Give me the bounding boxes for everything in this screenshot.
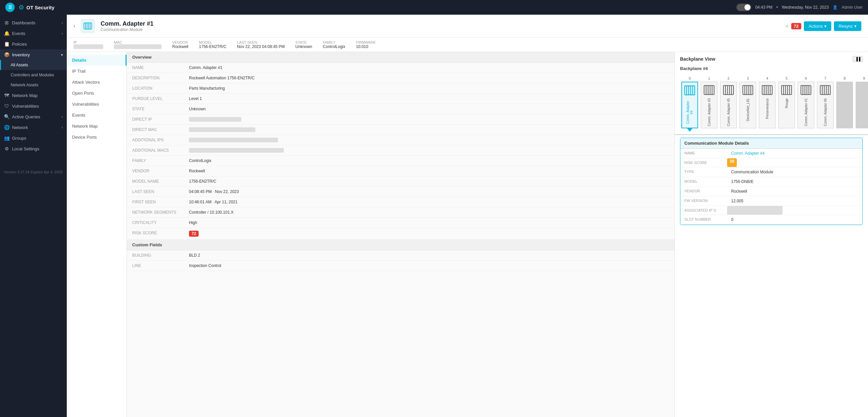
slot-number: 7: [824, 76, 826, 80]
field-value: Controller / 10.100.101.X: [184, 207, 674, 218]
sidebar-dashboards-label: Dashboards: [12, 20, 35, 25]
sidebar-item-network-map[interactable]: 🗺 Network Map: [0, 90, 67, 101]
family-label: Family: [323, 40, 345, 44]
nav-item-details[interactable]: Details: [67, 55, 127, 66]
sidebar-item-vulnerabilities[interactable]: 🛡 Vulnerabilities: [0, 101, 67, 111]
backplane-slot[interactable]: 4 Perseverance: [757, 76, 777, 132]
backplane-slot[interactable]: 9: [854, 76, 868, 132]
comm-detail-label: VENDOR: [680, 187, 727, 196]
brand-name: OT Security: [26, 5, 54, 10]
sidebar-item-groups[interactable]: 👥 Groups: [0, 133, 67, 143]
slot-label: Comm. Adapter #3: [707, 97, 712, 127]
mac-label: MAC: [114, 40, 162, 44]
info-family: Family ControlLogix: [323, 40, 345, 49]
hamburger-icon[interactable]: ☰: [5, 3, 15, 12]
theme-toggle[interactable]: [737, 4, 751, 11]
slot-box[interactable]: Comm. Adapter #6: [817, 82, 834, 128]
sidebar-item-all-assets[interactable]: All Assets: [0, 60, 67, 70]
sidebar-item-local-settings[interactable]: ⚙ Local Settings: [0, 143, 67, 154]
sidebar-item-inventory[interactable]: 📦 Inventory ▾: [0, 49, 67, 60]
actions-button[interactable]: Actions ▾: [804, 21, 831, 31]
comm-detail-link[interactable]: Comm. Adapter #4: [727, 149, 769, 158]
app-layout: ⊞ Dashboards › 🔔 Events › 📋 Policies 📦 I…: [0, 15, 868, 417]
ip-value: ip: [73, 44, 103, 49]
field-value: Unknown: [184, 104, 674, 114]
page-header-info: Comm. Adapter #1 Communication Module: [100, 20, 780, 32]
slot-box[interactable]: Comm. Adapter #4: [681, 82, 698, 128]
slot-box[interactable]: DeviceNet_L81: [740, 82, 756, 128]
back-button[interactable]: ‹: [73, 23, 75, 29]
sidebar-item-active-queries[interactable]: 🔍 Active Queries ›: [0, 111, 67, 122]
sidebar-item-policies[interactable]: 📋 Policies: [0, 39, 67, 49]
version-label: Version 3.17.24 Expires Apr 4, 2026: [0, 167, 67, 177]
overview-section-header: Overview: [127, 52, 674, 63]
backplane-grid: 0 Comm. Adapter #4 1 Comm. Adapter #3 2: [675, 74, 868, 135]
comm-module-details: Communication Module Details NAMEComm. A…: [680, 138, 863, 225]
field-value: 10:46:01 AM · Apr 11, 2021: [184, 197, 674, 207]
svg-rect-0: [84, 23, 92, 29]
svg-rect-20: [743, 86, 753, 95]
backplane-slot[interactable]: 0 Comm. Adapter #4: [680, 76, 700, 132]
backplane-nav-button[interactable]: ▐▐: [852, 56, 863, 62]
table-row: DIRECT IP█████████: [127, 114, 674, 125]
policies-icon: 📋: [4, 41, 9, 47]
network-map-icon: 🗺: [4, 93, 9, 98]
model-label: Model: [199, 40, 226, 44]
slot-box[interactable]: Rouge: [778, 82, 795, 128]
date-separator: •: [777, 5, 778, 10]
page-subtitle: Communication Module: [100, 27, 780, 32]
nav-item-events[interactable]: Events: [67, 110, 127, 121]
field-label: ADDITIONAL MACS: [127, 145, 184, 156]
field-label: DIRECT MAC: [127, 125, 184, 135]
sidebar-network-map-label: Network Map: [12, 93, 38, 98]
svg-rect-10: [704, 86, 714, 95]
comm-detail-row: TYPECommunication Module: [680, 167, 862, 177]
slot-number: 2: [727, 76, 730, 80]
backplane-slot[interactable]: 3 DeviceNet_L81: [738, 76, 757, 132]
nav-item-open-ports[interactable]: Open Ports: [67, 88, 127, 99]
field-value: ████████████████████████: [184, 145, 674, 156]
nav-item-network-map[interactable]: Network Map: [67, 121, 127, 132]
slot-label: Perseverance: [765, 97, 770, 120]
backplane-slot[interactable]: 2 Comm. Adapter #5: [719, 76, 738, 132]
backplane-slot[interactable]: 8: [835, 76, 854, 132]
nav-item-device-ports[interactable]: Device Ports: [67, 132, 127, 143]
table-row: VENDORRockwell: [127, 166, 674, 176]
field-label: DIRECT IP: [127, 114, 184, 125]
nav-item-vulnerabilities[interactable]: Vulnerabilities: [67, 99, 127, 110]
backplane-slot[interactable]: 5 Rouge: [777, 76, 796, 132]
nav-item-ip-trail[interactable]: IP Trail: [67, 66, 127, 77]
slot-box[interactable]: Comm. Adapter #1: [798, 82, 814, 128]
resync-button[interactable]: Resync ▾: [834, 21, 861, 31]
sidebar-events-label: Events: [12, 31, 25, 36]
info-model: Model 1756-EN2TR/C: [199, 40, 226, 49]
nav-item-attack-vectors[interactable]: Attack Vectors: [67, 77, 127, 88]
sidebar-item-network-assets[interactable]: Network Assets: [0, 80, 67, 90]
field-value: Inspection Control: [184, 260, 674, 271]
field-label: VENDOR: [127, 166, 184, 176]
table-row: NETWORK SEGMENTSController / 10.100.101.…: [127, 207, 674, 218]
comm-detail-value: Rockwell: [727, 187, 751, 196]
sidebar-item-network[interactable]: 🌐 Network ›: [0, 122, 67, 133]
comm-detail-rows: NAMEComm. Adapter #4RISK SCORE39TYPEComm…: [680, 149, 862, 225]
sidebar-item-events[interactable]: 🔔 Events ›: [0, 28, 67, 39]
backplane-slot[interactable]: 7 Comm. Adapter #6: [815, 76, 835, 132]
backplane-title: Backplane #4: [675, 65, 868, 74]
slot-box[interactable]: Perseverance: [759, 82, 776, 128]
collapse-button[interactable]: «: [785, 23, 788, 29]
slot-number: 8: [844, 76, 846, 80]
slot-module-icon: [800, 84, 812, 97]
field-label: NAME: [127, 63, 184, 73]
sidebar-item-controllers[interactable]: Controllers and Modules: [0, 70, 67, 80]
family-value: ControlLogix: [323, 44, 345, 49]
svg-rect-40: [820, 86, 830, 95]
backplane-slot[interactable]: 6 Comm. Adapter #1: [796, 76, 815, 132]
sidebar-item-dashboards[interactable]: ⊞ Dashboards ›: [0, 18, 67, 28]
slot-box[interactable]: Comm. Adapter #5: [720, 82, 737, 128]
table-row: ADDITIONAL IPS██████████████████████: [127, 135, 674, 145]
comm-detail-row: RISK SCORE39: [680, 158, 862, 167]
backplane-slot[interactable]: 1 Comm. Adapter #3: [700, 76, 719, 132]
field-label: DESCRIPTION: [127, 73, 184, 83]
table-row: NAMEComm. Adapter #1: [127, 63, 674, 73]
slot-box[interactable]: Comm. Adapter #3: [701, 82, 717, 128]
